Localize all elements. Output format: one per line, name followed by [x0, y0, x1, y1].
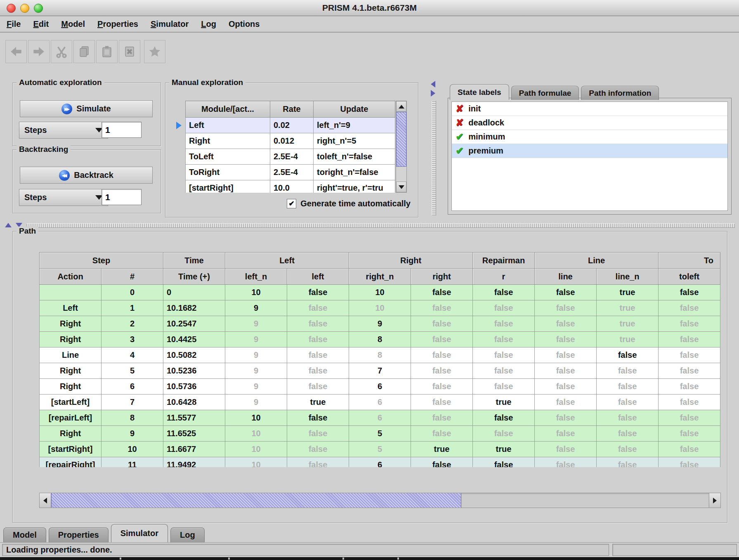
cell: 5 [102, 363, 163, 379]
column-header[interactable]: Module/[act... [186, 101, 270, 118]
menu-simulator[interactable]: Simulator [151, 19, 189, 29]
path-step-row[interactable]: Right210.25479false9falsefalsefalsetruef… [40, 316, 720, 332]
paste-clipboard-button[interactable] [96, 40, 118, 63]
cell: [startLeft] [40, 395, 102, 410]
menu-edit[interactable]: Edit [33, 19, 49, 29]
column-header[interactable]: Rate [270, 101, 314, 118]
column-header[interactable]: Time (+) [163, 269, 225, 285]
column-header[interactable]: r [473, 269, 535, 285]
vertical-splitter[interactable] [429, 80, 438, 217]
collapse-up-icon[interactable] [5, 223, 12, 227]
path-step-row[interactable]: Right911.652510false5falsefalsefalsefals… [40, 426, 720, 442]
group-header: To [659, 253, 720, 269]
path-step-row[interactable]: Right510.52369false7falsefalsefalsefalse… [40, 363, 720, 379]
close-window-button[interactable] [7, 4, 16, 13]
tab-log[interactable]: Log [170, 527, 205, 542]
scroll-down-button[interactable] [396, 182, 406, 192]
column-header[interactable]: left_n [225, 269, 287, 285]
menu-model[interactable]: Model [61, 19, 85, 29]
cell: 10 [225, 285, 287, 300]
column-header[interactable]: line [535, 269, 597, 285]
path-step-row[interactable]: [startLeft]710.64289true6falsetruefalsef… [40, 395, 720, 410]
scrollbar-thumb[interactable] [51, 493, 461, 508]
back-arrow-button[interactable] [5, 40, 27, 63]
zoom-window-button[interactable] [34, 4, 43, 13]
transition-row[interactable]: Left0.02left_n'=9 [186, 118, 395, 133]
tab-model[interactable]: Model [3, 527, 46, 542]
tab-path-formulae[interactable]: Path formulae [511, 86, 579, 100]
cell: 11.6677 [163, 442, 225, 457]
delete-box-button[interactable] [119, 40, 140, 63]
backtrack-steps-input[interactable] [102, 189, 142, 205]
path-step-row[interactable]: 0010false10falsefalsefalsetruefalse [40, 285, 720, 300]
column-header[interactable]: left [287, 269, 349, 285]
cell: 2.5E-4 [270, 165, 314, 180]
tab-properties[interactable]: Properties [49, 527, 109, 542]
scrollbar-thumb[interactable] [396, 112, 406, 167]
star-button[interactable] [144, 40, 165, 63]
cell: true [597, 332, 659, 347]
path-step-row[interactable]: [startRight]1011.667710false5truetruefal… [40, 442, 720, 457]
menu-file[interactable]: File [7, 19, 21, 29]
backtrack-button[interactable]: ◂◂ Backtrack [20, 167, 153, 184]
cell: false [535, 347, 597, 363]
transition-row[interactable]: ToRight2.5E-4toright_n'=false [186, 165, 395, 180]
minimize-window-button[interactable] [20, 4, 29, 13]
menu-options[interactable]: Options [229, 19, 260, 29]
state-label-item[interactable]: ✔minimum [452, 130, 727, 144]
transition-row[interactable]: Right0.012right_n'=5 [186, 133, 395, 149]
cell: false [535, 332, 597, 347]
state-label-item[interactable]: ✘init [452, 102, 727, 116]
path-step-row[interactable]: Right310.44259false8falsefalsefalsetruef… [40, 332, 720, 347]
scroll-left-button[interactable] [40, 493, 51, 508]
tab-simulator[interactable]: Simulator [111, 524, 168, 542]
backtrack-steps-combo[interactable]: Steps [19, 189, 108, 206]
column-header[interactable]: toleft [659, 269, 720, 285]
path-step-row[interactable]: Right610.57369false6falsefalsefalsefalse… [40, 379, 720, 395]
menu-properties[interactable]: Properties [97, 19, 138, 29]
path-horizontal-scrollbar[interactable] [39, 493, 721, 508]
splitter-grip[interactable] [26, 223, 735, 228]
path-step-row[interactable]: [repairLeft]811.557710false6falsefalsefa… [40, 410, 720, 426]
scroll-right-button[interactable] [709, 493, 720, 508]
cell: false [411, 285, 473, 300]
generate-time-checkbox[interactable]: ✔ [287, 199, 296, 208]
column-header[interactable]: Update [314, 101, 395, 118]
tab-state-labels[interactable]: State labels [450, 84, 509, 100]
splitter-grip[interactable] [432, 101, 436, 215]
path-step-row[interactable]: [repairRight]1111.949210false6falsefalse… [40, 457, 720, 468]
prism-window: PRISM 4.1.beta.r6673M FileEditModelPrope… [0, 0, 739, 560]
copy-pages-button[interactable] [73, 40, 95, 63]
transition-row[interactable]: [startRight]10.0right'=true, r'=tru [186, 180, 395, 193]
cut-scissors-button[interactable] [51, 40, 72, 63]
transition-row[interactable]: ToLeft2.5E-4toleft_n'=false [186, 149, 395, 165]
scroll-up-button[interactable] [396, 101, 406, 112]
manual-table-scrollbar[interactable] [396, 101, 407, 193]
forward-arrow-button[interactable] [28, 40, 50, 63]
horizontal-splitter[interactable] [3, 222, 736, 229]
cell: false [411, 457, 473, 468]
column-header[interactable]: right [411, 269, 473, 285]
collapse-right-icon[interactable] [431, 90, 435, 97]
cell: Right [40, 363, 102, 379]
state-label-item[interactable]: ✘deadlock [452, 116, 727, 130]
red-cross-icon: ✘ [456, 118, 463, 128]
simulate-steps-input[interactable] [102, 122, 142, 138]
path-step-row[interactable]: Left110.16829false10falsefalsefalsetruef… [40, 300, 720, 316]
menu-log[interactable]: Log [201, 19, 216, 29]
column-header[interactable]: Action [40, 269, 102, 285]
simulate-steps-combo[interactable]: Steps [19, 122, 108, 139]
cell: 10 [102, 442, 163, 457]
column-header[interactable]: right_n [349, 269, 411, 285]
column-header[interactable]: line_n [597, 269, 659, 285]
state-label-item[interactable]: ✔premium [452, 144, 727, 158]
simulate-button[interactable]: ▸▸ Simulate [20, 100, 153, 117]
column-header[interactable]: # [102, 269, 163, 285]
generate-time-label: Generate time automatically [300, 199, 411, 208]
cell: 6 [349, 457, 411, 468]
scrollbar-track[interactable] [461, 493, 709, 508]
collapse-left-icon[interactable] [431, 81, 435, 87]
path-step-row[interactable]: Line410.50829false8falsefalsefalsefalsef… [40, 347, 720, 363]
tab-path-information[interactable]: Path information [581, 86, 659, 100]
cell: false [473, 285, 535, 300]
